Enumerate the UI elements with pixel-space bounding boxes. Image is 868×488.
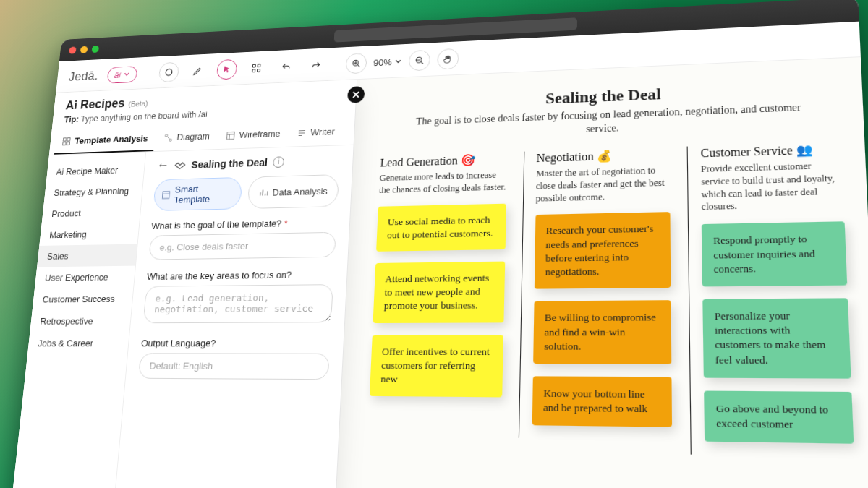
tab-template-analysis[interactable]: Template Analysis <box>54 128 156 155</box>
column-header: Lead Generation 🎯 <box>380 152 507 169</box>
sticky-note[interactable]: Know your bottom line and be prepared to… <box>532 376 672 427</box>
category-sales[interactable]: Sales <box>37 244 137 267</box>
focus-areas-input[interactable] <box>143 284 333 323</box>
tab-label: Wireframe <box>239 129 281 140</box>
column-lead-generation: Lead Generation 🎯 Generate more leads to… <box>369 152 507 410</box>
svg-rect-3 <box>252 69 255 72</box>
chevron-down-icon <box>394 58 401 65</box>
sticky-note[interactable]: Research your customer's needs and prefe… <box>534 213 671 289</box>
category-customer-success[interactable]: Customer Success <box>33 288 134 310</box>
undo-button[interactable] <box>275 56 297 77</box>
sticky-note[interactable]: Personalize your interactions with custo… <box>703 298 851 378</box>
app-window: Jedā. āi 90% <box>7 0 868 488</box>
tab-label: Template Analysis <box>75 133 148 145</box>
svg-rect-10 <box>67 142 69 145</box>
recipe-title: Sealing the Deal <box>191 157 268 170</box>
board-canvas[interactable]: Sealing the Deal The goal is to close de… <box>333 57 868 488</box>
category-jobs-career[interactable]: Jobs & Career <box>27 332 129 354</box>
svg-rect-4 <box>257 69 260 72</box>
language-input[interactable] <box>138 353 330 380</box>
sticky-note[interactable]: Use social media to reach out to potenti… <box>376 203 506 252</box>
column-header: Negotiation 💰 <box>536 147 670 165</box>
svg-rect-7 <box>63 137 66 140</box>
board-columns: Lead Generation 🎯 Generate more leads to… <box>367 142 855 458</box>
seg-label: Data Analysis <box>272 186 328 198</box>
tab-label: Diagram <box>176 131 210 142</box>
circle-icon <box>163 67 174 77</box>
recipe-breadcrumb: ← Sealing the Deal i <box>156 153 341 173</box>
hand-icon <box>442 53 454 65</box>
zoom-level[interactable]: 90% <box>373 56 402 68</box>
tab-wireframe[interactable]: Wireframe <box>218 123 287 149</box>
q2-label: What are the key areas to focus on? <box>147 269 334 282</box>
brand-logo[interactable]: Jedā. <box>68 69 99 84</box>
tab-writer[interactable]: Writer <box>289 121 343 147</box>
zoom-in-icon <box>350 58 362 69</box>
handshake-icon <box>174 158 187 171</box>
recipe-form: ← Sealing the Deal i Smart Template Data… <box>112 145 353 488</box>
minimize-window-button[interactable] <box>80 46 88 53</box>
category-retrospective[interactable]: Retrospective <box>30 309 131 332</box>
goal-input[interactable] <box>148 232 336 260</box>
svg-rect-8 <box>67 137 70 140</box>
sticky-note[interactable]: Be willing to compromise and find a win-… <box>533 300 672 364</box>
info-icon[interactable]: i <box>273 156 284 168</box>
svg-point-0 <box>166 69 172 75</box>
panel-badge: (Beta) <box>128 99 148 108</box>
category-user-experience[interactable]: User Experience <box>35 266 135 289</box>
pen-tool-button[interactable] <box>187 61 208 82</box>
ai-mode-pill[interactable]: āi <box>106 66 137 83</box>
template-icon <box>161 190 171 200</box>
ai-recipes-panel: Ai Recipes (Beta) Tip: Type anything on … <box>7 80 357 488</box>
zoom-in-button[interactable] <box>345 53 367 74</box>
column-header: Customer Service 👥 <box>701 142 842 160</box>
panel-tip-label: Tip: <box>64 115 79 125</box>
svg-rect-9 <box>63 142 66 145</box>
tab-label: Writer <box>310 127 335 138</box>
panel-tip-text: Type anything on the board with /ai <box>80 110 208 124</box>
tab-diagram[interactable]: Diagram <box>156 125 218 151</box>
ai-mode-label: āi <box>114 69 121 80</box>
pen-icon <box>192 65 203 76</box>
sticky-note[interactable]: Go above and beyond to exceed customer <box>705 390 854 444</box>
column-description: Master the art of negotiation to close d… <box>535 164 670 205</box>
column-negotiation: Negotiation 💰 Master the art of negotiat… <box>519 147 673 440</box>
zoom-out-icon <box>413 55 425 67</box>
close-window-button[interactable] <box>69 46 77 53</box>
sticky-note[interactable]: Offer incentives to current customers fo… <box>370 335 503 398</box>
q1-label: What is the goal of the template? * <box>151 217 337 231</box>
chevron-down-icon <box>123 71 130 77</box>
components-button[interactable] <box>245 58 267 79</box>
maximize-window-button[interactable] <box>92 45 100 52</box>
writer-icon <box>297 128 307 138</box>
grid-icon <box>61 137 72 146</box>
pointer-tool-button[interactable] <box>216 59 238 80</box>
zoom-value: 90% <box>373 56 392 67</box>
shape-tool-button[interactable] <box>158 62 179 83</box>
category-product[interactable]: Product <box>42 201 142 224</box>
cursor-icon <box>221 64 232 74</box>
category-marketing[interactable]: Marketing <box>39 223 139 246</box>
category-strategy-planning[interactable]: Strategy & Planning <box>44 180 143 204</box>
zoom-out-button[interactable] <box>408 50 430 72</box>
svg-rect-13 <box>226 132 234 139</box>
sticky-note[interactable]: Respond promptly to customer inquiries a… <box>702 222 847 287</box>
grid-icon <box>250 63 262 74</box>
seg-label: Smart Template <box>174 183 234 205</box>
wireframe-icon <box>226 130 236 140</box>
column-description: Generate more leads to increase the chan… <box>379 168 507 196</box>
column-description: Provide excellent customer service to bu… <box>701 159 844 214</box>
svg-rect-2 <box>258 64 260 67</box>
category-ai-recipe-maker[interactable]: Ai Recipe Maker <box>46 159 145 183</box>
svg-rect-14 <box>162 192 169 199</box>
seg-smart-template[interactable]: Smart Template <box>153 177 242 211</box>
close-icon <box>352 90 360 99</box>
redo-button[interactable] <box>305 55 327 76</box>
back-button[interactable]: ← <box>156 158 169 173</box>
zoom-controls: 90% <box>345 48 459 74</box>
column-customer-service: Customer Service 👥 Provide excellent cus… <box>687 142 854 458</box>
sticky-note[interactable]: Attend networking events to meet new peo… <box>373 262 505 323</box>
pan-tool-button[interactable] <box>437 48 459 70</box>
undo-icon <box>280 61 292 73</box>
seg-data-analysis[interactable]: Data Analysis <box>247 174 339 209</box>
